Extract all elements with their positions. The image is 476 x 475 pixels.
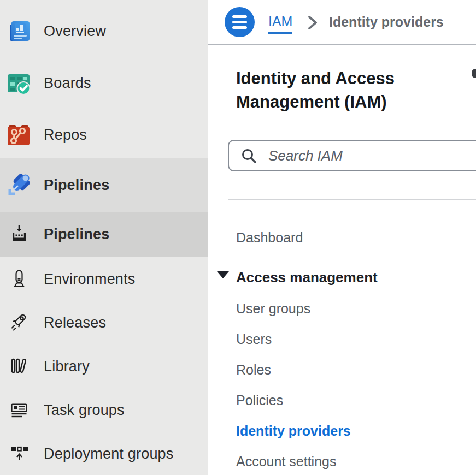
hamburger-icon xyxy=(232,15,247,18)
sidebar-item-environments[interactable]: Environments xyxy=(0,257,208,301)
sidebar-item-label: Boards xyxy=(44,74,91,91)
sidebar-item-deployment-groups[interactable]: Deployment groups xyxy=(0,432,208,475)
search-icon xyxy=(241,148,257,164)
hamburger-menu-button[interactable] xyxy=(225,7,255,37)
sidebar-item-label: Pipelines xyxy=(44,226,109,243)
page-title: Identity and Access Management (IAM) xyxy=(236,67,433,114)
divider xyxy=(228,199,476,200)
edge-partial-icon xyxy=(472,69,476,78)
sidebar-item-pipelines-runs[interactable]: Pipelines xyxy=(0,212,208,257)
sidebar-item-library[interactable]: Library xyxy=(0,345,208,388)
nav-item-users[interactable]: Users xyxy=(236,328,272,350)
iam-panel: IAM Identity providers Identity and Acce… xyxy=(208,0,476,475)
search-input[interactable] xyxy=(267,142,444,170)
breadcrumb-link-iam[interactable]: IAM xyxy=(268,14,292,34)
breadcrumb-current: Identity providers xyxy=(329,14,444,30)
nav-section-access-management[interactable]: Access management xyxy=(236,266,378,288)
sidebar-item-label: Environments xyxy=(44,270,135,287)
deployment-groups-icon xyxy=(9,444,29,464)
nav-item-identity-providers[interactable]: Identity providers xyxy=(236,420,351,442)
sidebar-item-pipelines-hub[interactable]: Pipelines xyxy=(0,158,208,212)
sidebar-item-label: Repos xyxy=(44,126,87,143)
sidebar-item-label: Pipelines xyxy=(44,177,109,194)
repos-icon xyxy=(5,122,32,148)
sidebar-item-overview[interactable]: Overview xyxy=(0,5,208,57)
sidebar-item-label: Releases xyxy=(44,314,106,331)
sidebar-item-label: Deployment groups xyxy=(44,445,174,462)
nav-item-policies[interactable]: Policies xyxy=(236,389,283,411)
pipeline-runs-icon xyxy=(9,224,29,244)
sidebar-item-label: Library xyxy=(44,358,90,375)
boards-icon xyxy=(5,70,32,96)
releases-icon xyxy=(9,313,29,333)
task-groups-icon xyxy=(9,400,29,420)
chevron-right-icon xyxy=(307,14,320,32)
sidebar-item-boards[interactable]: Boards xyxy=(0,57,208,109)
search-box xyxy=(228,140,476,171)
nav-item-dashboard[interactable]: Dashboard xyxy=(236,227,303,248)
breadcrumb-bar: IAM Identity providers xyxy=(208,0,476,45)
environments-icon xyxy=(9,269,29,289)
nav-item-user-groups[interactable]: User groups xyxy=(236,298,310,319)
caret-down-icon[interactable] xyxy=(217,271,229,278)
project-sidebar: Overview Boards xyxy=(0,0,208,475)
sidebar-item-label: Overview xyxy=(44,23,106,40)
overview-icon xyxy=(5,18,32,44)
pipelines-rocket-icon xyxy=(5,172,32,198)
sidebar-item-task-groups[interactable]: Task groups xyxy=(0,388,208,432)
sidebar-item-repos[interactable]: Repos xyxy=(0,109,208,161)
nav-item-account-settings[interactable]: Account settings xyxy=(236,450,336,472)
sidebar-item-releases[interactable]: Releases xyxy=(0,301,208,345)
nav-item-roles[interactable]: Roles xyxy=(236,359,271,381)
library-icon xyxy=(9,357,29,376)
sidebar-item-label: Task groups xyxy=(44,402,125,419)
